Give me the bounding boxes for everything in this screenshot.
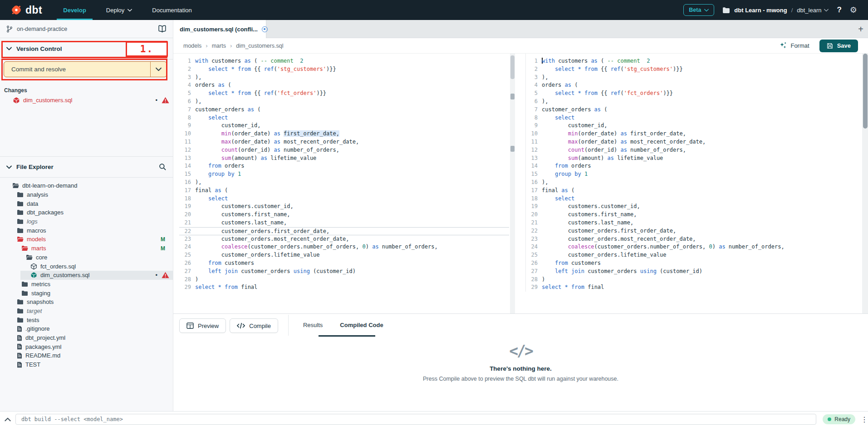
tree-item-marts[interactable]: martsM: [0, 244, 173, 253]
save-button[interactable]: Save: [819, 40, 858, 52]
status-badge[interactable]: Ready: [823, 414, 855, 424]
nav-develop[interactable]: Develop: [63, 0, 86, 20]
account-switcher[interactable]: dbt Learn - mwong / dbt_learn: [722, 7, 829, 14]
tree-item-analysis[interactable]: analysis: [0, 190, 173, 199]
tree-item-dim-customers-sql[interactable]: dim_customers.sql•: [0, 271, 173, 280]
code-line[interactable]: 5 select * from {{ ref('fct_orders')}}: [179, 89, 509, 98]
code-line[interactable]: 1with customers as ( -- comment 2: [526, 57, 860, 65]
code-line[interactable]: 28): [179, 276, 509, 284]
code-line[interactable]: 6),: [526, 98, 860, 106]
tree-item--gitignore[interactable]: .gitignore: [0, 324, 173, 333]
commit-options-dropdown[interactable]: [150, 62, 167, 77]
tree-item-tests[interactable]: tests: [0, 315, 173, 324]
tree-item-dbt-project-yml[interactable]: dbt_project.yml: [0, 333, 173, 343]
changed-file-row[interactable]: dim_customers.sql •: [0, 95, 173, 105]
branch-row[interactable]: on-demand-practice: [0, 20, 173, 38]
kebab-menu-icon[interactable]: ⋮: [861, 415, 868, 424]
tree-item-readme-md[interactable]: README.md: [0, 351, 173, 360]
code-line[interactable]: 3),: [179, 74, 509, 82]
code-line[interactable]: 25 customer_orders.lifetime_value: [179, 251, 509, 259]
command-input[interactable]: dbt build --select <model_name>: [15, 414, 816, 425]
breadcrumb-item[interactable]: dim_customers.sql: [236, 43, 283, 49]
tree-item-packages-yml[interactable]: packages.yml: [0, 342, 173, 351]
code-line[interactable]: 6),: [179, 98, 509, 106]
docs-book-icon[interactable]: [158, 25, 167, 33]
tree-item-fct-orders-sql[interactable]: fct_orders.sql: [0, 262, 173, 271]
code-line[interactable]: 25 customer_orders.lifetime_value: [526, 251, 860, 259]
code-line[interactable]: 27 left join customer_orders using (cust…: [179, 268, 509, 276]
code-line[interactable]: 26 from customers: [526, 259, 860, 268]
code-line[interactable]: 2 select * from {{ ref('stg_customers')}…: [179, 65, 509, 74]
beta-dropdown[interactable]: Beta: [683, 4, 714, 16]
code-line[interactable]: 21 customers.last_name,: [179, 219, 509, 227]
breadcrumb-item[interactable]: models: [183, 43, 201, 49]
right-pane-scrollbar[interactable]: [862, 54, 868, 313]
tab-results[interactable]: Results: [303, 322, 323, 328]
gear-icon[interactable]: ⚙: [850, 6, 857, 14]
tab-compiled-code[interactable]: Compiled Code: [340, 322, 383, 328]
code-line[interactable]: 26 from customers: [179, 259, 509, 268]
tree-item-dbt-learn-on-demand[interactable]: dbt-learn-on-demand: [0, 181, 173, 190]
code-line[interactable]: 20 customers.first_name,: [179, 211, 509, 219]
project-dropdown[interactable]: dbt_learn: [797, 7, 829, 14]
code-line[interactable]: 29select * from final: [179, 283, 509, 292]
tab-dim-customers[interactable]: dim_customers.sql (confli...: [173, 20, 266, 38]
code-line[interactable]: 16),: [179, 179, 509, 187]
code-line[interactable]: 11 max(order_date) as most_recent_order_…: [179, 138, 509, 146]
code-line[interactable]: 15 group by 1: [526, 170, 860, 179]
tree-item-metrics[interactable]: metrics: [0, 280, 173, 289]
breadcrumb-item[interactable]: marts: [212, 43, 226, 49]
code-line[interactable]: 18 select: [179, 195, 509, 203]
dbt-logo[interactable]: dbt: [10, 4, 42, 16]
code-line[interactable]: 29select * from final: [526, 283, 860, 292]
code-line[interactable]: 17final as (: [179, 187, 509, 195]
code-line[interactable]: 15 group by 1: [179, 170, 509, 179]
code-line[interactable]: 12 count(order_id) as number_of_orders,: [179, 146, 509, 154]
code-line[interactable]: 24 coalesce(customer_orders.number_of_or…: [526, 243, 860, 251]
code-line[interactable]: 28): [526, 276, 860, 284]
editor-pane-left[interactable]: 1with customers as ( -- comment 22 selec…: [179, 54, 509, 292]
scrollbar-thumb[interactable]: [863, 54, 868, 129]
code-line[interactable]: 20 customers.first_name,: [526, 211, 860, 219]
help-icon[interactable]: ?: [837, 5, 841, 15]
new-tab-button[interactable]: +: [858, 25, 863, 34]
commit-and-resolve-button[interactable]: Commit and resolve: [4, 61, 167, 77]
code-line[interactable]: 7customer_orders as (: [179, 106, 509, 114]
code-line[interactable]: 8 select: [526, 114, 860, 122]
compile-button[interactable]: Compile: [230, 318, 278, 333]
search-icon[interactable]: [159, 163, 167, 171]
code-line[interactable]: 21 customers.last_name,: [526, 219, 860, 227]
scrollbar-thumb[interactable]: [510, 55, 515, 79]
code-line[interactable]: 22 customer_orders.first_order_date,: [526, 227, 860, 235]
code-line[interactable]: 10 min(order_date) as first_order_date,: [179, 130, 509, 138]
code-line[interactable]: 10 min(order_date) as first_order_date,: [526, 130, 860, 138]
tree-item-test[interactable]: TEST: [0, 360, 173, 369]
code-line[interactable]: 4orders as (: [179, 81, 509, 89]
code-line[interactable]: 1with customers as ( -- comment 2: [179, 57, 509, 65]
tree-item-snapshots[interactable]: snapshots: [0, 298, 173, 307]
tree-item-dbt-packages[interactable]: dbt_packages: [0, 208, 173, 217]
code-line[interactable]: 13 sum(amount) as lifetime_value: [526, 154, 860, 163]
code-line[interactable]: 2 select * from {{ ref('stg_customers')}…: [526, 65, 860, 74]
editor-pane-right[interactable]: 1with customers as ( -- comment 22 selec…: [525, 54, 860, 292]
code-line[interactable]: 19 customers.customer_id,: [526, 203, 860, 211]
code-line[interactable]: 11 max(order_date) as most_recent_order_…: [526, 138, 860, 146]
code-line[interactable]: 3),: [526, 74, 860, 82]
code-line[interactable]: 13 sum(amount) as lifetime_value: [179, 154, 509, 163]
code-line[interactable]: 22 customer_orders.first_order_date,: [179, 227, 509, 235]
code-line[interactable]: 17final as (: [526, 187, 860, 195]
code-line[interactable]: 9 customer_id,: [526, 122, 860, 130]
chevron-up-icon[interactable]: [5, 417, 11, 422]
left-pane-scrollbar[interactable]: [510, 54, 515, 313]
nav-deploy[interactable]: Deploy: [106, 0, 132, 20]
code-line[interactable]: 7customer_orders as (: [526, 106, 860, 114]
tree-item-core[interactable]: core: [0, 253, 173, 262]
tree-item-target[interactable]: target: [0, 307, 173, 316]
code-line[interactable]: 14 from orders: [526, 162, 860, 170]
code-line[interactable]: 18 select: [526, 195, 860, 203]
tree-item-models[interactable]: modelsM: [0, 235, 173, 244]
tree-item-logs[interactable]: logs: [0, 217, 173, 226]
code-line[interactable]: 8 select: [179, 114, 509, 122]
code-line[interactable]: 16),: [526, 179, 860, 187]
code-line[interactable]: 4orders as (: [526, 81, 860, 89]
